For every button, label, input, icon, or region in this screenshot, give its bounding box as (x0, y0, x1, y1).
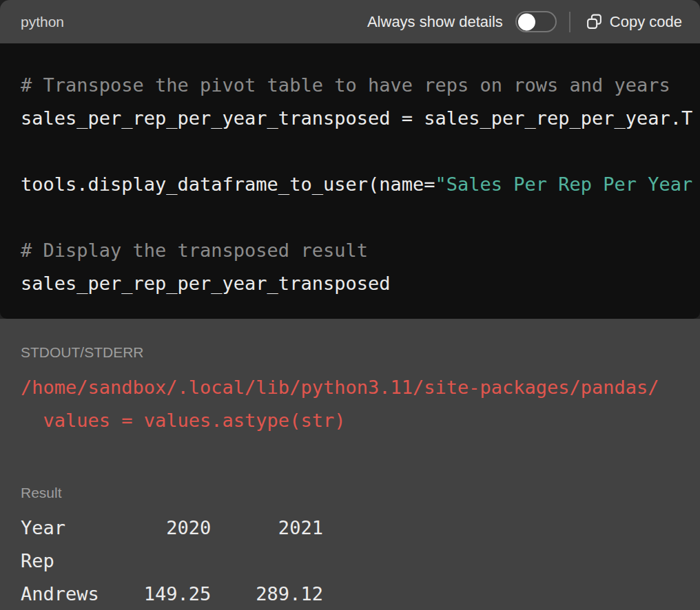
always-show-details-toggle[interactable] (515, 11, 557, 32)
code-cell: python Always show details Copy code # T… (0, 0, 700, 610)
copy-code-button[interactable]: Copy code (586, 13, 682, 31)
result-line: Andrews 149.25 289.12 (21, 578, 700, 610)
code-line: # Transpose the pivot table to have reps… (21, 69, 700, 102)
code-line: # Display the transposed result (21, 234, 700, 267)
code-header: python Always show details Copy code (0, 0, 700, 43)
code-line-blank (21, 135, 700, 168)
always-show-details-label: Always show details (367, 13, 503, 31)
result-label: Result (21, 484, 700, 502)
stderr-line: /home/sandbox/.local/lib/python3.11/site… (21, 371, 700, 404)
header-controls: Always show details Copy code (367, 11, 682, 32)
code-token: tools.display_dataframe_to_user(name= (21, 173, 435, 195)
console-output: STDOUT/STDERR /home/sandbox/.local/lib/p… (0, 319, 700, 610)
language-label: python (21, 14, 64, 30)
copy-code-label: Copy code (610, 13, 682, 31)
code-line: sales_per_rep_per_year_transposed = sale… (21, 102, 700, 135)
code-line: sales_per_rep_per_year_transposed (21, 267, 700, 300)
result-output: Year 2020 2021RepAndrews 149.25 289.12 (21, 512, 700, 610)
copy-icon (586, 13, 603, 30)
stderr-output: /home/sandbox/.local/lib/python3.11/site… (21, 371, 700, 437)
result-line: Rep (21, 545, 700, 578)
stderr-line: values = values.astype(str) (21, 404, 700, 437)
toggle-knob (518, 13, 535, 30)
stdout-stderr-label: STDOUT/STDERR (21, 344, 700, 361)
code-block: # Transpose the pivot table to have reps… (0, 43, 700, 319)
code-line: tools.display_dataframe_to_user(name="Sa… (21, 168, 700, 201)
header-divider (569, 12, 570, 32)
code-line-blank (21, 201, 700, 234)
code-string-token: "Sales Per Rep Per Year (435, 173, 692, 195)
result-line: Year 2020 2021 (21, 512, 700, 545)
